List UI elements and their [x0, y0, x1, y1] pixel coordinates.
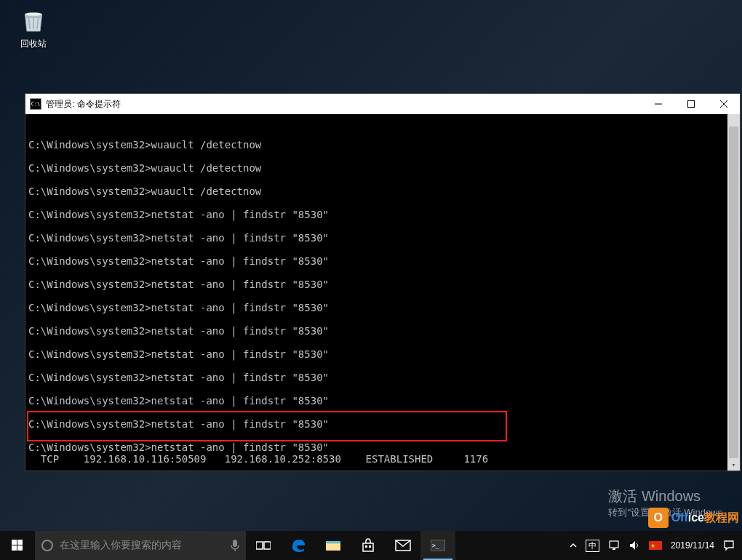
console-line: C:\Windows\system32>netstat -ano | finds…	[28, 372, 738, 383]
brand-logo-icon: O	[648, 508, 669, 528]
mail-button[interactable]	[386, 531, 420, 560]
console-line	[28, 430, 738, 441]
console-line: C:\Windows\system32>wuauclt /detectnow	[28, 185, 738, 197]
console-line: TCP 192.168.10.116:50509 192.168.10.252:…	[28, 453, 738, 465]
console-line: C:\Windows\system32>netstat -ano | finds…	[28, 395, 738, 407]
cmd-taskbar-button[interactable]: >_	[420, 531, 455, 560]
start-button[interactable]	[0, 531, 35, 560]
console-output[interactable]: C:\Windows\system32>wuauclt /detectnowC:…	[25, 114, 740, 471]
svg-rect-5	[12, 540, 17, 545]
svg-point-9	[42, 540, 52, 551]
cortana-icon	[41, 539, 54, 552]
console-line	[28, 465, 738, 471]
recycle-bin[interactable]: 回收站	[10, 6, 57, 50]
svg-rect-14	[326, 541, 340, 543]
scroll-down-icon[interactable]: ▾	[727, 458, 740, 471]
svg-point-0	[25, 12, 41, 16]
activation-title: 激活 Windows	[608, 487, 732, 506]
console-line: C:\Windows\system32>netstat -ano | finds…	[28, 279, 738, 290]
console-line	[28, 244, 738, 255]
brand-text: Office教程网	[671, 511, 739, 526]
store-button[interactable]	[351, 531, 386, 560]
console-line	[28, 360, 738, 372]
taskbar: 在这里输入你要搜索的内容	[0, 531, 742, 560]
cmd-taskbar-icon: >_	[431, 540, 445, 551]
svg-text:>_: >_	[432, 543, 439, 549]
mail-icon	[395, 540, 411, 551]
network-icon[interactable]	[608, 540, 620, 551]
svg-rect-2	[687, 101, 694, 108]
flag-icon[interactable]: ★	[649, 541, 662, 550]
recycle-bin-label: 回收站	[10, 38, 57, 50]
svg-rect-11	[256, 542, 263, 549]
tray-chevron-up-icon[interactable]	[570, 542, 577, 549]
cmd-icon: C:\	[30, 98, 41, 110]
svg-rect-8	[17, 545, 23, 551]
console-line	[28, 174, 738, 185]
edge-button[interactable]	[281, 531, 316, 560]
store-icon	[361, 538, 375, 553]
scrollbar[interactable]: ▴ ▾	[727, 114, 740, 471]
ime-indicator[interactable]: 中	[586, 540, 599, 552]
edge-icon	[290, 537, 306, 553]
svg-text:★: ★	[650, 543, 655, 549]
svg-rect-7	[12, 545, 17, 551]
console-line: C:\Windows\system32>netstat -ano | finds…	[28, 209, 738, 220]
brand-watermark: O Office教程网	[648, 508, 739, 528]
windows-icon	[12, 540, 23, 551]
svg-rect-12	[264, 542, 271, 549]
microphone-icon[interactable]	[230, 539, 240, 552]
date-text: 2019/11/14	[671, 540, 714, 551]
action-center-icon[interactable]	[723, 540, 735, 551]
console-line: C:\Windows\system32>netstat -ano | finds…	[28, 441, 738, 453]
task-view-button[interactable]	[246, 531, 281, 560]
folder-icon	[325, 539, 341, 552]
console-line: C:\Windows\system32>netstat -ano | finds…	[28, 325, 738, 337]
svg-rect-10	[233, 540, 237, 547]
system-tray: 中 ★ 2019/11/14	[562, 531, 742, 560]
console-line: C:\Windows\system32>netstat -ano | finds…	[28, 418, 738, 430]
recycle-bin-icon	[10, 6, 57, 35]
svg-rect-6	[17, 540, 23, 545]
console-line	[28, 383, 738, 395]
console-line	[28, 337, 738, 348]
cmd-window: C:\ 管理员: 命令提示符 C:\Windows\system32>wuauc…	[25, 93, 741, 471]
console-line	[28, 313, 738, 325]
minimize-button[interactable]	[642, 94, 674, 114]
search-box[interactable]: 在这里输入你要搜索的内容	[35, 531, 246, 560]
scroll-thumb[interactable]	[729, 127, 738, 458]
title-bar[interactable]: C:\ 管理员: 命令提示符	[25, 94, 740, 114]
clock[interactable]: 2019/11/14	[671, 540, 714, 551]
close-button[interactable]	[707, 94, 740, 114]
console-line	[28, 267, 738, 279]
window-title: 管理员: 命令提示符	[46, 98, 121, 111]
console-line: C:\Windows\system32>netstat -ano | finds…	[28, 348, 738, 360]
console-lines: C:\Windows\system32>wuauclt /detectnowC:…	[28, 139, 738, 471]
maximize-button[interactable]	[674, 94, 707, 114]
console-line: C:\Windows\system32>netstat -ano | finds…	[28, 232, 738, 244]
file-explorer-button[interactable]	[316, 531, 351, 560]
svg-rect-15	[365, 545, 367, 548]
task-view-icon	[256, 540, 271, 551]
console-line	[28, 290, 738, 302]
svg-rect-20	[610, 541, 618, 548]
svg-rect-13	[326, 544, 340, 551]
svg-rect-21	[613, 548, 615, 550]
console-line	[28, 151, 738, 162]
console-line	[28, 220, 738, 232]
console-line	[28, 407, 738, 418]
volume-icon[interactable]	[629, 540, 640, 551]
console-line: C:\Windows\system32>netstat -ano | finds…	[28, 302, 738, 313]
svg-rect-16	[369, 545, 371, 548]
console-line: C:\Windows\system32>wuauclt /detectnow	[28, 162, 738, 174]
search-placeholder: 在这里输入你要搜索的内容	[60, 539, 182, 552]
console-line	[28, 197, 738, 209]
console-line: C:\Windows\system32>netstat -ano | finds…	[28, 255, 738, 267]
console-line: C:\Windows\system32>wuauclt /detectnow	[28, 139, 738, 151]
